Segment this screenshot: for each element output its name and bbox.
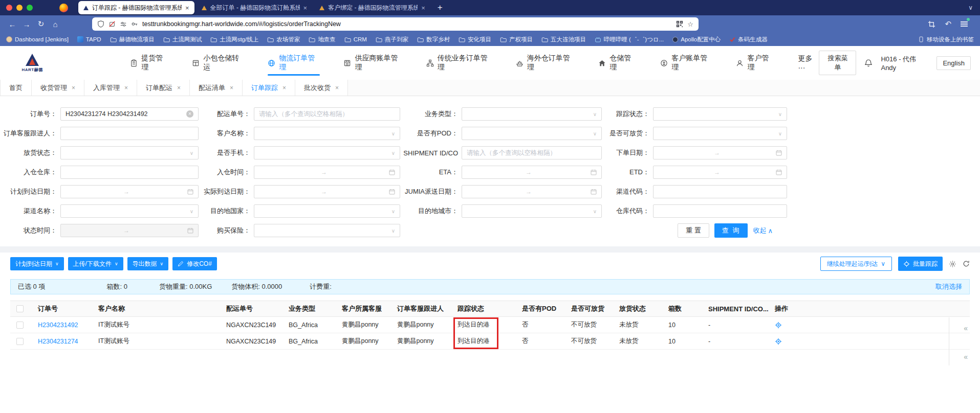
export-data-button[interactable]: 导出数据∨ (127, 257, 169, 270)
cancel-selection-link[interactable]: 取消选择 (935, 282, 962, 291)
home-button[interactable]: ⌂ (48, 20, 62, 29)
bookmark-item[interactable]: Apollo配置中心 (672, 36, 721, 43)
screenshot-crop-icon[interactable] (928, 20, 935, 28)
user-name[interactable]: H016 - 代伟Andy (881, 55, 928, 72)
browser-tab[interactable]: 全部订单 - 赫德国际物流订舱系统× (197, 1, 313, 14)
has_pod-field[interactable]: ∨ (462, 127, 602, 140)
bookmark-item[interactable]: 土流网stg/线上 (210, 36, 258, 43)
reload-button[interactable]: ↻ (34, 19, 48, 29)
gear-icon[interactable] (949, 260, 956, 268)
shield-icon[interactable] (97, 20, 104, 28)
is_mobile-field[interactable]: ∨ (254, 146, 400, 159)
channel_code-field[interactable] (653, 185, 787, 198)
delivery_no-field[interactable]: 请输入（多个查询以空格相隔） (254, 107, 400, 121)
dest_city-field[interactable]: ∨ (462, 204, 602, 218)
bookmark-item[interactable]: 五大连池项目 (541, 36, 586, 43)
actual_arrival-field[interactable]: → (254, 185, 400, 198)
releasable-field[interactable]: ∨ (653, 127, 787, 140)
tab-close-icon[interactable]: × (124, 84, 128, 91)
nav-more[interactable]: 更多··· (798, 54, 819, 72)
order_no-field[interactable]: H2304231274 H2304231492× (60, 107, 199, 121)
track-locate-icon[interactable] (775, 338, 782, 345)
nav-item-invoice[interactable]: 供应商账单管理 (343, 46, 402, 80)
page-tab[interactable]: 首页 (0, 80, 32, 96)
bell-icon[interactable] (864, 59, 873, 67)
permissions-icon[interactable] (120, 20, 127, 28)
tab-close-icon[interactable]: × (421, 4, 425, 12)
close-window-button[interactable] (6, 5, 12, 11)
bookmark-item[interactable]: CRM (344, 36, 367, 43)
bookmark-item[interactable]: 条码生成器 (729, 36, 768, 43)
customer_name-field[interactable]: ∨ (254, 127, 400, 140)
nav-item-globe[interactable]: 物流订单管理 (268, 46, 320, 80)
tab-close-icon[interactable]: × (303, 4, 308, 12)
search-menu-button[interactable]: 搜索菜单 (819, 51, 856, 75)
browser-tab[interactable]: 客户绑定 - 赫德国际物流管理系统× (314, 1, 430, 14)
url-text[interactable]: testtrunkbookingmgr.hart-worldwide.com/#… (142, 20, 672, 28)
qr-code-icon[interactable] (676, 20, 683, 28)
modify-co-button[interactable]: 修改CO# (172, 257, 217, 270)
biz_type-field[interactable]: ∨ (462, 107, 602, 121)
tab-close-icon[interactable]: × (72, 84, 75, 91)
page-tab[interactable]: 入库管理× (84, 80, 137, 96)
maximize-window-button[interactable] (27, 5, 33, 11)
minimize-window-button[interactable] (16, 5, 23, 11)
jumia_date-field[interactable]: → (462, 185, 602, 198)
undo-arrow-icon[interactable]: ↶ (945, 19, 951, 29)
forward-button[interactable]: → (19, 20, 34, 29)
order-no-link[interactable]: H2304231274 (32, 333, 92, 349)
planned_arrival-field[interactable]: → (60, 185, 199, 198)
planned-arrival-date-button[interactable]: 计划到达日期∨ (10, 257, 64, 270)
reset-button[interactable]: 重 置 (678, 223, 709, 238)
track-locate-icon[interactable] (775, 322, 782, 329)
dest_country-field[interactable]: ∨ (254, 204, 400, 218)
extension-blocked-icon[interactable] (108, 20, 116, 28)
nav-item-home[interactable]: 仓储管理 (598, 46, 637, 80)
page-tab[interactable]: 订单跟踪× (243, 80, 295, 96)
bookmark-item[interactable]: 哔哩哔哩 (゜-゜)つロ... (595, 36, 664, 43)
warehouse_code-field[interactable] (653, 204, 787, 218)
back-button[interactable]: ← (5, 20, 19, 29)
bookmark-item[interactable]: 土流网测试 (163, 36, 202, 43)
new-tab-button[interactable]: + (431, 3, 449, 13)
collapse-filters-link[interactable]: 收起∧ (753, 226, 773, 235)
clear-input-icon[interactable]: × (186, 110, 193, 118)
url-bar[interactable]: testtrunkbookingmgr.hart-worldwide.com/#… (92, 17, 699, 31)
bookmark-item[interactable]: 农场管家 (267, 36, 300, 43)
etd-field[interactable]: → (653, 166, 787, 179)
bookmark-item[interactable]: 燕子到家 (376, 36, 408, 43)
channel_name-field[interactable]: ∨ (60, 204, 199, 218)
browser-tab[interactable]: 订单跟踪 - 赫德国际物流管理系统× (78, 1, 194, 14)
nav-item-package[interactable]: 小包仓储转运 (192, 46, 244, 80)
in_time-field[interactable]: → (254, 166, 400, 179)
menu-icon[interactable] (961, 20, 968, 28)
bookmark-item[interactable]: 赫德物流项目 (110, 36, 155, 43)
bookmark-item[interactable]: 数字乡村 (417, 36, 450, 43)
insurance-field[interactable]: ∨ (254, 224, 400, 237)
mobile-bookmarks[interactable]: 移动设备上的书签 (918, 36, 974, 43)
list-all-tabs-icon[interactable]: ∨ (968, 4, 973, 11)
row-checkbox[interactable] (16, 322, 24, 329)
bookmark-item[interactable]: 地查查 (309, 36, 336, 43)
collapse-left-icon[interactable]: « (964, 324, 968, 332)
eta-field[interactable]: → (462, 166, 602, 179)
collapse-left-icon[interactable]: « (964, 353, 968, 361)
tab-close-icon[interactable]: × (185, 4, 189, 12)
search-button[interactable]: 查 询 (714, 223, 748, 238)
language-button[interactable]: English (937, 56, 971, 70)
nav-item-clipboard[interactable]: 提货管理 (130, 46, 168, 80)
tab-close-icon[interactable]: × (335, 84, 339, 91)
select-all-checkbox[interactable] (16, 305, 24, 312)
tab-close-icon[interactable]: × (230, 84, 233, 91)
row-checkbox[interactable] (16, 338, 24, 345)
refresh-icon[interactable] (963, 260, 970, 267)
bookmark-item[interactable]: Dashboard [Jenkins] (6, 36, 69, 42)
page-tab[interactable]: 订单配运× (137, 80, 190, 96)
page-tab[interactable]: 批次收货× (295, 80, 348, 96)
bookmark-item[interactable]: 安化项目 (459, 36, 491, 43)
cs_follower-field[interactable] (60, 127, 199, 140)
page-tab[interactable]: 配运清单× (190, 80, 243, 96)
continue-process-button[interactable]: 继续处理起运/到达∨ (820, 257, 892, 271)
release_status-field[interactable]: ∨ (60, 146, 199, 159)
shipment_id-field[interactable]: 请输入（多个查询以空格相隔） (462, 146, 602, 159)
